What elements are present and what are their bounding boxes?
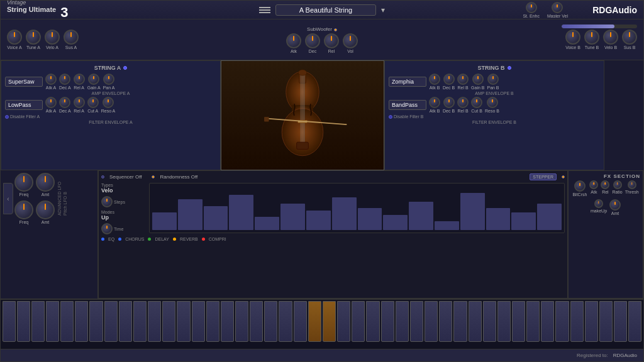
- eq-label[interactable]: EQ: [108, 237, 114, 241]
- key-g6[interactable]: [570, 301, 584, 342]
- key-g3[interactable]: [264, 301, 277, 342]
- chorus-dot[interactable]: [118, 238, 121, 241]
- reso-b-knob[interactable]: [487, 97, 498, 108]
- rand-on-dot[interactable]: [152, 175, 155, 178]
- key-c7[interactable]: [614, 301, 627, 342]
- key-a1[interactable]: [75, 301, 88, 342]
- key-f1[interactable]: [46, 301, 59, 342]
- voice-a-knob[interactable]: [7, 30, 22, 45]
- eq-dot[interactable]: [101, 238, 104, 241]
- sus-b-knob[interactable]: [622, 30, 637, 45]
- dec-knob[interactable]: [305, 33, 320, 48]
- preset-selector[interactable]: A Beautiful String: [275, 4, 376, 16]
- seq-bar-3[interactable]: [204, 206, 228, 231]
- key-g5[interactable]: [469, 301, 482, 342]
- key-a4[interactable]: [381, 301, 394, 342]
- lfo-amt2-knob[interactable]: [36, 200, 55, 219]
- rel-a-knob[interactable]: [74, 74, 85, 85]
- f-atk-a-knob[interactable]: [45, 97, 57, 108]
- fx-thresh-knob[interactable]: [628, 180, 636, 189]
- reverb-dot[interactable]: [173, 238, 176, 241]
- st-enhc-knob[interactable]: [526, 2, 537, 13]
- key-b1[interactable]: [89, 301, 103, 342]
- gain-a-knob[interactable]: [88, 74, 99, 85]
- randomness-toggle[interactable]: Randomness Off: [160, 174, 197, 180]
- key-c5[interactable]: [410, 301, 423, 342]
- key-b4[interactable]: [396, 301, 409, 342]
- steps-knob[interactable]: [101, 196, 113, 207]
- key-d5[interactable]: [425, 301, 438, 342]
- seq-bar-8[interactable]: [332, 197, 357, 231]
- seq-bar-4[interactable]: [229, 195, 253, 230]
- string-b-dot[interactable]: [508, 66, 511, 70]
- seq-bar-15[interactable]: [511, 212, 536, 230]
- key-d1[interactable]: [17, 301, 30, 342]
- f-rel-b-knob[interactable]: [457, 97, 469, 108]
- seq-bar-5[interactable]: [255, 217, 279, 230]
- string-a-dot[interactable]: [123, 66, 127, 70]
- lfo-freq-knob[interactable]: [14, 173, 33, 192]
- seq-bar-9[interactable]: [358, 208, 382, 230]
- cut-a-knob[interactable]: [87, 97, 99, 108]
- seq-bar-13[interactable]: [460, 193, 485, 231]
- pan-b-knob[interactable]: [487, 74, 499, 85]
- seq-on-dot[interactable]: [101, 175, 104, 178]
- stepper-dot[interactable]: [562, 175, 565, 178]
- key-b6[interactable]: [599, 301, 613, 342]
- key-e2[interactable]: [133, 301, 147, 342]
- sequencer-toggle[interactable]: Sequencer Off: [109, 174, 142, 180]
- f-dec-b-knob[interactable]: [443, 97, 455, 108]
- key-f6[interactable]: [555, 301, 569, 342]
- key-a6[interactable]: [585, 301, 598, 342]
- key-e6[interactable]: [541, 301, 554, 342]
- lfo-amt-knob[interactable]: [36, 173, 55, 192]
- string-b-filter-select[interactable]: BandPass: [389, 100, 426, 110]
- delay-dot[interactable]: [148, 238, 151, 241]
- voice-b-knob[interactable]: [565, 30, 580, 45]
- f-dec-a-knob[interactable]: [59, 97, 70, 108]
- seq-bar-1[interactable]: [152, 212, 177, 230]
- dec-a-knob[interactable]: [59, 74, 70, 85]
- seq-bar-10[interactable]: [383, 215, 408, 231]
- key-d7[interactable]: [628, 301, 641, 342]
- hamburger-menu[interactable]: [259, 7, 270, 13]
- f-rel-a-knob[interactable]: [74, 97, 85, 108]
- key-e3[interactable]: [235, 301, 248, 342]
- dec-b-knob[interactable]: [443, 74, 455, 85]
- key-e5[interactable]: [439, 301, 452, 342]
- time-knob[interactable]: [101, 223, 113, 234]
- cut-b-knob[interactable]: [471, 97, 482, 108]
- disable-filter-a-radio[interactable]: [5, 115, 9, 119]
- fx-rel-knob[interactable]: [601, 180, 609, 189]
- atk-knob[interactable]: [286, 33, 301, 48]
- disable-filter-b-radio[interactable]: [389, 115, 392, 119]
- compr-dot[interactable]: [202, 238, 205, 241]
- key-f4[interactable]: [352, 301, 365, 342]
- key-b3[interactable]: [294, 301, 307, 342]
- subwoofer-dot[interactable]: [334, 28, 337, 31]
- key-b5[interactable]: [497, 301, 511, 342]
- preset-arrow-icon[interactable]: ▾: [381, 6, 385, 14]
- rel-b-knob[interactable]: [457, 74, 469, 85]
- key-e1[interactable]: [31, 301, 45, 342]
- fx-atk-knob[interactable]: [589, 180, 598, 189]
- string-a-filter-select[interactable]: LowPass: [5, 100, 43, 110]
- key-g2[interactable]: [162, 301, 175, 342]
- key-f2[interactable]: [148, 301, 161, 342]
- atk-b-knob[interactable]: [429, 74, 440, 85]
- seq-bar-6[interactable]: [280, 204, 305, 230]
- tune-a-knob[interactable]: [26, 30, 41, 45]
- master-vel-knob[interactable]: [552, 2, 563, 13]
- seq-bar-12[interactable]: [435, 221, 459, 230]
- key-f5[interactable]: [453, 301, 467, 342]
- reverb-label[interactable]: REVERB: [180, 237, 198, 241]
- bitcrsh-knob[interactable]: [574, 180, 586, 192]
- atk-a-knob[interactable]: [45, 74, 57, 85]
- f-atk-b-knob[interactable]: [429, 97, 440, 108]
- key-g4[interactable]: [366, 301, 379, 342]
- vol-knob[interactable]: [343, 33, 358, 48]
- gain-b-knob[interactable]: [472, 74, 484, 85]
- string-b-osc-select[interactable]: Zomphia: [389, 77, 426, 87]
- key-e4[interactable]: [337, 301, 350, 342]
- string-a-osc-select[interactable]: SuperSaw: [5, 77, 43, 87]
